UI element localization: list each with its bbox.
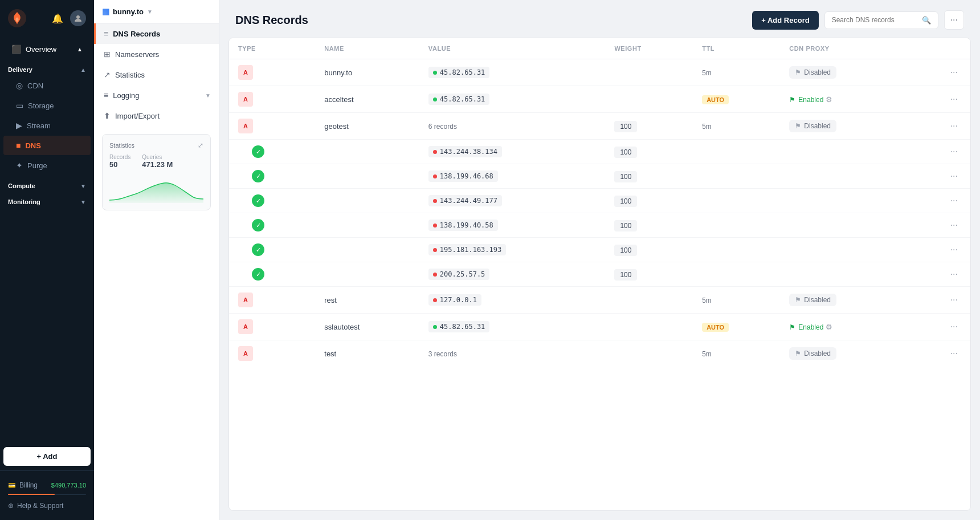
panel-nav-statistics[interactable]: ↗ Statistics	[94, 64, 219, 85]
stats-expand-button[interactable]: ⤢	[198, 141, 203, 149]
sidebar-item-stream[interactable]: ▶ Stream	[3, 116, 91, 135]
disabled-icon: ⚑	[795, 68, 801, 76]
sidebar-item-dns[interactable]: ■ DNS	[3, 136, 91, 155]
sidebar-item-overview[interactable]: ⬛ Overview ▲	[3, 39, 91, 59]
ip-dot	[433, 98, 437, 101]
table-row: Ageotest6 records1005m⚑Disabled···	[229, 113, 970, 140]
row-more-button[interactable]: ···	[947, 93, 961, 105]
row-more-button[interactable]: ···	[947, 66, 961, 79]
cell-value: 143.244.38.134	[419, 140, 606, 164]
cell-name	[315, 238, 419, 262]
domain-selector[interactable]: ▦ bunny.to ▼	[102, 7, 153, 16]
panel-nav-nameservers[interactable]: ⊞ Nameservers	[94, 44, 219, 64]
panel-nav-nameservers-label: Nameservers	[115, 50, 159, 59]
add-record-button[interactable]: + Add Record	[752, 11, 818, 30]
compute-label: Compute	[8, 182, 35, 189]
dns-icon: ■	[16, 141, 21, 150]
cell-ttl	[693, 238, 780, 262]
overview-icon: ⬛	[11, 44, 21, 54]
billing-icon: 💳	[8, 482, 16, 489]
cell-cdn	[780, 140, 906, 164]
cell-weight: 100	[605, 164, 693, 189]
more-options-button[interactable]: ···	[944, 10, 964, 30]
ip-dot	[433, 150, 437, 154]
cell-weight: 100	[605, 140, 693, 164]
cell-name	[315, 262, 419, 287]
records-count: 6 records	[428, 123, 457, 131]
table-row: ✓138.199.46.68100···	[229, 164, 970, 189]
col-cdn: CDN PROXY	[780, 38, 906, 59]
side-panel: ▦ bunny.to ▼ ≡ DNS Records ⊞ Nameservers…	[94, 0, 219, 520]
cell-type: A	[229, 59, 315, 86]
table-row: Atest3 records5m⚑Disabled···	[229, 340, 970, 367]
ttl-value: 5m	[702, 350, 712, 358]
help-icon: ⊕	[8, 502, 14, 510]
billing-item[interactable]: 💳 Billing $490,773.10	[6, 478, 88, 493]
compute-chevron: ▼	[80, 183, 86, 189]
billing-amount: $490,773.10	[51, 482, 86, 489]
auto-badge: AUTO	[702, 95, 729, 104]
row-more-button[interactable]: ···	[947, 243, 961, 256]
row-more-button[interactable]: ···	[947, 170, 961, 182]
search-input[interactable]	[832, 16, 918, 24]
cell-actions: ···	[907, 213, 970, 238]
cell-cdn: ⚑Disabled	[780, 340, 906, 367]
cell-weight	[605, 59, 693, 86]
domain-name: bunny.to	[113, 7, 144, 16]
row-more-button[interactable]: ···	[947, 268, 961, 281]
cell-weight	[605, 314, 693, 340]
sidebar-item-storage[interactable]: ▭ Storage	[3, 96, 91, 115]
cell-cdn: ⚑Disabled	[780, 113, 906, 140]
cell-value: 3 records	[419, 340, 606, 367]
ip-value: 45.82.65.31	[428, 67, 489, 78]
cell-cdn	[780, 189, 906, 213]
add-button[interactable]: + Add	[3, 447, 91, 466]
cell-value: 195.181.163.193	[419, 238, 606, 262]
delivery-chevron: ▲	[80, 67, 86, 73]
cell-type: ✓	[229, 189, 315, 213]
delivery-section[interactable]: Delivery ▲	[0, 59, 94, 75]
row-more-button[interactable]: ···	[947, 194, 961, 207]
panel-nav-dns-records[interactable]: ≡ DNS Records	[94, 23, 219, 44]
compute-section[interactable]: Compute ▼	[0, 176, 94, 192]
ip-dot	[433, 298, 437, 302]
monitoring-section[interactable]: Monitoring ▼	[0, 192, 94, 208]
table-row: ✓143.244.49.177100···	[229, 189, 970, 213]
cell-ttl	[693, 189, 780, 213]
panel-nav-statistics-label: Statistics	[115, 71, 145, 79]
cell-ttl: 5m	[693, 340, 780, 367]
row-more-button[interactable]: ···	[947, 320, 961, 333]
help-item[interactable]: ⊕ Help & Support	[6, 498, 88, 513]
row-more-button[interactable]: ···	[947, 145, 961, 158]
ttl-value: 5m	[702, 296, 712, 304]
cell-type: A	[229, 314, 315, 340]
table-row: ✓138.199.40.58100···	[229, 213, 970, 238]
dns-records-icon: ≡	[104, 29, 108, 38]
row-more-button[interactable]: ···	[947, 219, 961, 231]
cdn-gear-icon[interactable]: ⚙	[826, 323, 832, 331]
panel-nav-logging[interactable]: ≡ Logging ▼	[94, 85, 219, 105]
notifications-button[interactable]: 🔔	[51, 12, 64, 25]
ip-value: 45.82.65.31	[428, 94, 489, 105]
cell-value: 45.82.65.31	[419, 314, 606, 340]
cell-value: 45.82.65.31	[419, 59, 606, 86]
cdn-enabled-badge: ⚑Enabled	[789, 96, 823, 104]
row-more-button[interactable]: ···	[947, 120, 961, 132]
sidebar-item-purge[interactable]: ✦ Purge	[3, 156, 91, 175]
row-more-button[interactable]: ···	[947, 294, 961, 306]
weight-badge: 100	[614, 171, 637, 182]
disabled-icon: ⚑	[795, 350, 801, 358]
panel-header: ▦ bunny.to ▼	[94, 0, 219, 23]
sidebar-header: 🔔	[0, 0, 94, 36]
cell-actions: ···	[907, 86, 970, 113]
avatar[interactable]	[70, 10, 86, 26]
panel-nav-logging-label: Logging	[113, 91, 139, 100]
panel-nav-import-export[interactable]: ⬆ Import/Export	[94, 105, 219, 126]
enabled-icon: ⚑	[789, 96, 795, 104]
cell-actions: ···	[907, 287, 970, 314]
cell-weight: 100	[605, 262, 693, 287]
cell-actions: ···	[907, 189, 970, 213]
row-more-button[interactable]: ···	[947, 347, 961, 360]
cdn-gear-icon[interactable]: ⚙	[826, 95, 832, 104]
sidebar-item-cdn[interactable]: ◎ CDN	[3, 76, 91, 95]
